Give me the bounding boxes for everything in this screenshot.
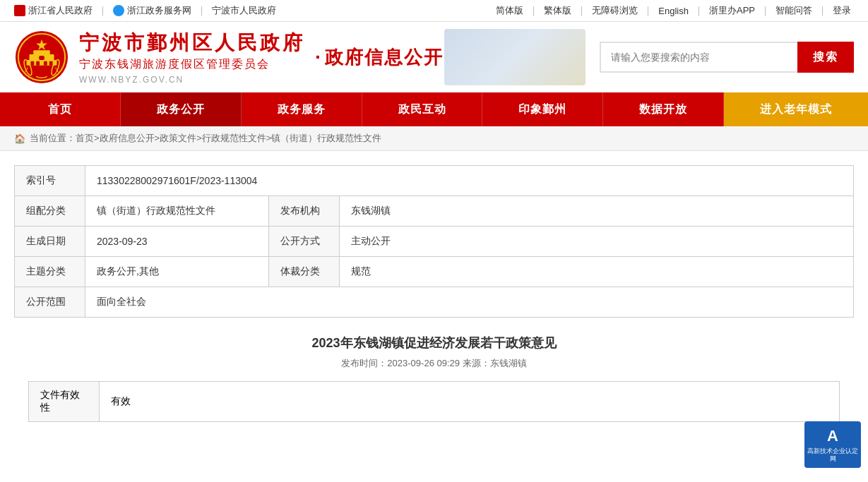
svg-rect-4 — [33, 50, 49, 56]
main-navigation: 首页 政务公开 政务服务 政民互动 印象鄞州 数据开放 进入老年模式 — [0, 92, 868, 126]
divider3: ｜ — [529, 4, 538, 17]
nav-gov-open-label: 政务公开 — [157, 102, 205, 117]
login-link[interactable]: 登录 — [830, 4, 854, 17]
search-button[interactable]: 搜索 — [797, 42, 854, 73]
header-background-image — [444, 29, 585, 85]
traditional-link[interactable]: 繁体版 — [541, 4, 574, 17]
top-bar-right: 简体版 ｜ 繁体版 ｜ 无障碍浏览 ｜ English ｜ 浙里办APP ｜ 智… — [493, 4, 854, 17]
simplified-link[interactable]: 简体版 — [493, 4, 526, 17]
label-publisher: 发布机构 — [269, 196, 340, 227]
bottom-table-row: 文件有效性 有效 — [29, 382, 840, 422]
svg-rect-6 — [36, 61, 40, 66]
bottom-label-validity: 文件有效性 — [29, 382, 100, 422]
header: 宁波市鄞州区人民政府 宁波东钱湖旅游度假区管理委员会 WWW.NBYZ.GOV.… — [0, 22, 868, 92]
nav-item-elder-mode[interactable]: 进入老年模式 — [724, 92, 868, 126]
divider4: ｜ — [577, 4, 586, 17]
nav-item-gov-service[interactable]: 政务服务 — [242, 92, 362, 126]
table-row-category: 组配分类 镇（街道）行政规范性文件 发布机构 东钱湖镇 — [15, 196, 854, 227]
value-theme: 政务公开,其他 — [85, 257, 269, 287]
nav-impression-label: 印象鄞州 — [518, 102, 566, 117]
value-disclosure: 主动公开 — [340, 227, 854, 257]
value-publisher: 东钱湖镇 — [340, 196, 854, 227]
bottom-table: 文件有效性 有效 — [28, 381, 840, 422]
table-row-scope: 公开范围 面向全社会 — [15, 287, 854, 318]
ai-qa-link[interactable]: 智能问答 — [773, 4, 815, 17]
top-bar-left: 浙江省人民政府 ｜ 浙江政务服务网 ｜ 宁波市人民政府 — [14, 4, 276, 17]
svg-rect-7 — [44, 61, 47, 66]
accessible-link[interactable]: 无障碍浏览 — [589, 4, 641, 17]
watermark-badge: A 高新技术企业认定网 — [804, 421, 861, 437]
nav-data-open-label: 数据开放 — [639, 102, 687, 117]
value-genre: 规范 — [340, 257, 854, 287]
header-search: 搜索 — [600, 42, 854, 73]
nav-item-impression[interactable]: 印象鄞州 — [482, 92, 603, 126]
main-content: 索引号 11330228002971601F/2023-113004 组配分类 … — [0, 151, 868, 436]
search-input[interactable] — [600, 42, 797, 73]
document-meta: 发布时间：2023-09-26 09:29 来源：东钱湖镇 — [28, 357, 840, 370]
header-gov-info: · 政府信息公开 — [315, 45, 444, 70]
breadcrumb: 🏠 当前位置：首页>政府信息公开>政策文件>行政规范性文件>镇（街道）行政规范性… — [0, 126, 868, 151]
svg-rect-9 — [39, 56, 44, 60]
divider8: ｜ — [818, 4, 827, 17]
document-title: 2023年东钱湖镇促进经济发展若干政策意见 — [28, 335, 840, 351]
value-index: 11330228002971601F/2023-113004 — [85, 166, 854, 196]
table-row-index: 索引号 11330228002971601F/2023-113004 — [15, 166, 854, 196]
nav-interaction-label: 政民互动 — [398, 102, 446, 117]
divider6: ｜ — [694, 4, 703, 17]
info-table: 索引号 11330228002971601F/2023-113004 组配分类 … — [14, 165, 854, 318]
divider1: ｜ — [98, 4, 107, 17]
zhejiang-gov-icon — [14, 5, 25, 16]
watermark-icon: A — [807, 426, 858, 437]
nav-item-data-open[interactable]: 数据开放 — [603, 92, 724, 126]
zhejiang-service-label: 浙江政务服务网 — [127, 4, 191, 17]
dot-separator: · — [315, 46, 321, 68]
nav-gov-service-label: 政务服务 — [278, 102, 326, 117]
label-category: 组配分类 — [15, 196, 85, 227]
header-left: 宁波市鄞州区人民政府 宁波东钱湖旅游度假区管理委员会 WWW.NBYZ.GOV.… — [14, 29, 444, 85]
label-disclosure: 公开方式 — [269, 227, 340, 257]
nav-home-label: 首页 — [48, 102, 72, 117]
zhejiang-gov-label: 浙江省人民政府 — [28, 4, 93, 17]
header-title: 宁波市鄞州区人民政府 宁波东钱湖旅游度假区管理委员会 WWW.NBYZ.GOV.… — [79, 29, 305, 85]
svg-rect-8 — [49, 61, 53, 66]
divider5: ｜ — [643, 4, 653, 17]
title-main: 宁波市鄞州区人民政府 — [79, 29, 305, 56]
breadcrumb-text: 当前位置：首页>政府信息公开>政策文件>行政规范性文件>镇（街道）行政规范性文件 — [30, 132, 381, 145]
ningbo-gov-link[interactable]: 宁波市人民政府 — [212, 4, 276, 17]
government-emblem — [14, 30, 69, 85]
gov-info-label: 政府信息公开 — [325, 45, 444, 70]
svg-rect-5 — [30, 61, 34, 66]
table-row-date: 生成日期 2023-09-23 公开方式 主动公开 — [15, 227, 854, 257]
table-row-theme: 主题分类 政务公开,其他 体裁分类 规范 — [15, 257, 854, 287]
nav-item-home[interactable]: 首页 — [0, 92, 121, 126]
label-index: 索引号 — [15, 166, 85, 196]
title-sub: 宁波东钱湖旅游度假区管理委员会 — [79, 56, 305, 72]
divider7: ｜ — [761, 4, 770, 17]
title-url: WWW.NBYZ.GOV.CN — [79, 74, 305, 86]
home-icon: 🏠 — [14, 133, 25, 144]
label-scope: 公开范围 — [15, 287, 85, 318]
nav-item-gov-open[interactable]: 政务公开 — [121, 92, 242, 126]
service-icon — [113, 5, 124, 16]
top-bar: 浙江省人民政府 ｜ 浙江政务服务网 ｜ 宁波市人民政府 简体版 ｜ 繁体版 ｜ … — [0, 0, 868, 22]
zhejiang-service-link[interactable]: 浙江政务服务网 — [113, 4, 191, 17]
nav-elder-mode-label: 进入老年模式 — [760, 102, 832, 117]
value-category: 镇（街道）行政规范性文件 — [85, 196, 269, 227]
value-scope: 面向全社会 — [85, 287, 854, 318]
value-date: 2023-09-23 — [85, 227, 269, 257]
english-link[interactable]: English — [655, 6, 691, 16]
bottom-value-validity: 有效 — [100, 382, 840, 422]
label-date: 生成日期 — [15, 227, 85, 257]
document-section: 2023年东钱湖镇促进经济发展若干政策意见 发布时间：2023-09-26 09… — [14, 335, 854, 422]
zhelibanapp-link[interactable]: 浙里办APP — [706, 4, 758, 17]
label-genre: 体裁分类 — [269, 257, 340, 287]
divider2: ｜ — [197, 4, 206, 17]
label-theme: 主题分类 — [15, 257, 85, 287]
nav-item-interaction[interactable]: 政民互动 — [362, 92, 483, 126]
ningbo-gov-label: 宁波市人民政府 — [212, 4, 276, 17]
zhejiang-gov-link[interactable]: 浙江省人民政府 — [14, 4, 93, 17]
